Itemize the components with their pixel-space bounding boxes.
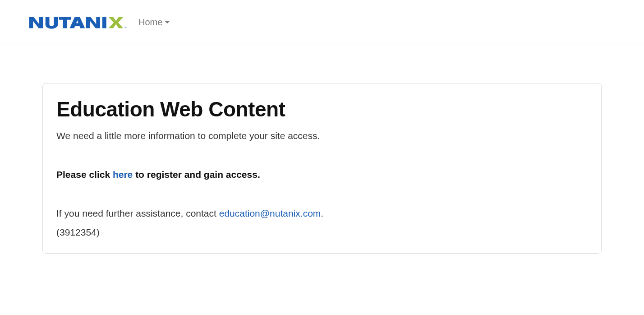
reference-id: (3912354): [56, 227, 588, 238]
page-title: Education Web Content: [56, 97, 588, 121]
assist-email-link[interactable]: education@nutanix.com: [219, 208, 321, 218]
chevron-down-icon: [165, 21, 170, 23]
nav-home-dropdown[interactable]: Home: [138, 17, 170, 28]
navbar-inner: ™ Home: [28, 16, 170, 29]
svg-text:™: ™: [124, 26, 127, 28]
svg-rect-0: [102, 17, 106, 28]
main-container: Education Web Content We need a little m…: [36, 83, 608, 254]
assist-prefix: If you need further assistance, contact: [56, 208, 219, 218]
assistance-line: If you need further assistance, contact …: [56, 208, 588, 219]
register-link[interactable]: here: [113, 169, 133, 180]
register-instruction: Please click here to register and gain a…: [56, 169, 588, 180]
nav-home-label: Home: [138, 17, 162, 28]
assist-suffix: .: [321, 208, 323, 218]
navbar: ™ Home: [0, 0, 644, 45]
register-suffix: to register and gain access.: [133, 169, 260, 180]
page-subtitle: We need a little more information to com…: [56, 130, 588, 141]
register-prefix: Please click: [56, 169, 113, 180]
brand-logo[interactable]: ™: [28, 16, 129, 29]
content-panel: Education Web Content We need a little m…: [42, 83, 602, 254]
